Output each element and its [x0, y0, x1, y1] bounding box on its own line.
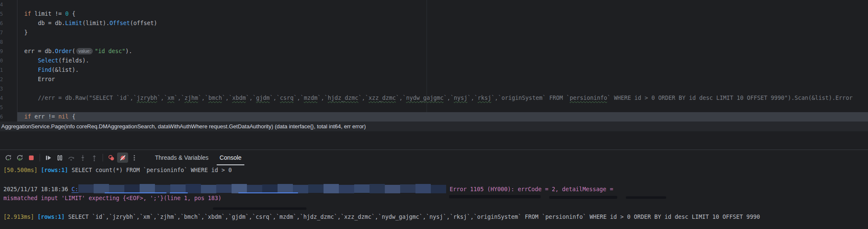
- text-segment: (: [72, 48, 75, 54]
- pause-button[interactable]: [54, 153, 65, 163]
- text-segment: mismatched input 'LIMIT' expecting {<EOF…: [3, 195, 221, 201]
- code-line: }: [11, 28, 853, 37]
- text-segment: (&list).: [52, 67, 79, 73]
- text-segment: [37, 167, 41, 173]
- text-segment: db = db.: [11, 20, 65, 26]
- text-segment: [11, 113, 24, 120]
- line-number: 47: [0, 28, 3, 37]
- text-segment: Select: [38, 57, 58, 64]
- redaction-smudge: [449, 195, 541, 198]
- stop-icon: [28, 154, 35, 161]
- text-segment: err !=: [34, 113, 58, 120]
- line-number: 54: [0, 93, 3, 103]
- more-options-button[interactable]: [129, 153, 140, 163]
- step-out-button[interactable]: [89, 153, 100, 163]
- code-lines[interactable]: if limit != 0 { db = db.Limit(limit).Off…: [11, 0, 853, 122]
- text-segment: SELECT count(*) FROM `persioninfo` WHERE…: [68, 167, 232, 173]
- code-line: Error: [11, 75, 853, 84]
- line-number: 49: [0, 47, 3, 56]
- text-segment: `,`: [157, 95, 167, 101]
- view-breakpoints-button[interactable]: [106, 153, 117, 163]
- restart-debug-button[interactable]: [14, 153, 25, 163]
- text-segment: mzdm: [304, 95, 318, 101]
- text-segment: [50.500ms]: [3, 167, 37, 173]
- text-segment: Find: [38, 67, 52, 73]
- redaction-block: [78, 184, 94, 193]
- text-segment: gjdm: [256, 95, 270, 101]
- text-segment: `,`: [174, 95, 184, 101]
- resume-button[interactable]: [43, 153, 54, 163]
- redaction-smudge: [549, 196, 617, 199]
- console-line: 2025/11/17 18:18:36 C:Error 1105 (HY000)…: [0, 184, 868, 194]
- rerun-icon: [5, 154, 12, 161]
- line-number: 44: [0, 0, 3, 9]
- step-into-button[interactable]: [77, 153, 88, 163]
- file-link[interactable]: C:: [72, 186, 78, 192]
- text-segment: Error: [11, 76, 55, 82]
- line-number: 53: [0, 84, 3, 93]
- tab-console[interactable]: Console: [214, 150, 247, 165]
- text-segment: Error 1105 (HY000): errCode = 2, detailM…: [450, 186, 616, 192]
- text-segment: [rows:1]: [37, 214, 65, 220]
- pause-icon: [56, 154, 63, 161]
- text-segment: `,`originSystem` FROM `: [491, 95, 570, 101]
- method-signature-bar: AggregationService.Page(info coreReq.DMA…: [0, 122, 868, 131]
- text-segment: [34, 214, 37, 220]
- text-segment: xzz_dzmc: [369, 95, 396, 101]
- text-segment: `,`: [358, 95, 369, 101]
- console-line: [2.913ms] [rows:1] SELECT `id`,`jzrybh`,…: [0, 212, 868, 222]
- redaction-block: [155, 185, 170, 193]
- code-line: [11, 103, 853, 112]
- console-line: [0, 203, 868, 212]
- rerun-button[interactable]: [3, 153, 14, 163]
- code-line: [11, 37, 853, 47]
- text-segment: "id desc": [95, 48, 125, 54]
- redaction-block: [140, 184, 155, 193]
- text-segment: if: [24, 11, 34, 17]
- text-segment: (limit).: [82, 20, 109, 26]
- text-segment: `,`: [198, 95, 208, 101]
- redaction-block: [109, 185, 124, 193]
- line-number: 51: [0, 65, 3, 75]
- redaction-smudge: [213, 207, 307, 210]
- tab-threads-variables[interactable]: Threads & Variables: [149, 150, 214, 165]
- line-number: 45: [0, 9, 3, 19]
- text-segment: nysj: [454, 95, 467, 101]
- text-segment: csrq: [280, 95, 294, 101]
- mute-breakpoints-button[interactable]: [117, 153, 128, 163]
- step-over-button[interactable]: [66, 153, 77, 163]
- mute-breakpoints-icon: [119, 154, 126, 161]
- text-segment: `,`: [467, 95, 478, 101]
- text-segment: if: [24, 113, 34, 120]
- redaction-block: [94, 184, 109, 193]
- text-segment: `,`: [318, 95, 328, 101]
- text-segment: `,`: [294, 95, 304, 101]
- redacted-path: [78, 184, 446, 194]
- text-segment: xm: [167, 95, 174, 101]
- redaction-block: [247, 185, 262, 193]
- console-output[interactable]: [50.500ms] [rows:1] SELECT count(*) FROM…: [0, 166, 868, 222]
- redaction-block: [124, 184, 140, 193]
- text-segment: nil: [58, 113, 72, 120]
- code-line: if limit != 0 {: [11, 9, 853, 19]
- redaction-block: [216, 184, 232, 193]
- redaction-block: [431, 185, 446, 193]
- resume-icon: [45, 154, 52, 161]
- redaction-block: [308, 184, 324, 193]
- text-segment: bmch: [208, 95, 222, 101]
- view-breakpoints-icon: [108, 154, 115, 161]
- redaction-block: [278, 184, 293, 193]
- redaction-block: [370, 184, 385, 193]
- text-segment: nydw_gajgmc: [406, 95, 444, 101]
- code-line: //err = db.Raw("SELECT `id`,`jzrybh`,`xm…: [11, 93, 853, 103]
- redaction-block: [354, 184, 370, 193]
- line-number: 46: [0, 19, 3, 28]
- redaction-block: [232, 184, 247, 193]
- code-line: [11, 84, 853, 93]
- stop-button[interactable]: [26, 153, 37, 163]
- console-line: [0, 175, 868, 184]
- text-segment: `,`: [396, 95, 406, 101]
- redaction-block: [170, 184, 186, 193]
- redaction-block: [186, 184, 201, 193]
- code-line: if err != nil {: [11, 112, 853, 122]
